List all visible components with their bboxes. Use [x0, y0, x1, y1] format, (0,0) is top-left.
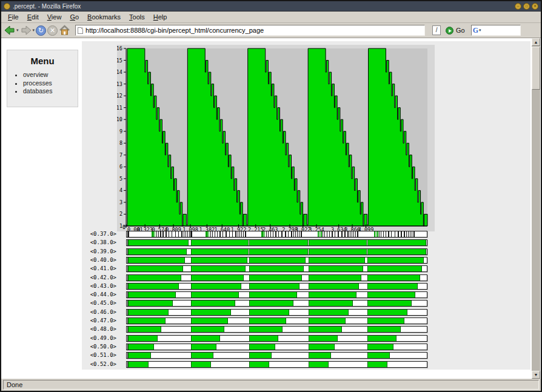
activity-bar-0.52.0[interactable]: [126, 361, 427, 368]
activity-tick-black: [166, 231, 167, 237]
activity-tick-black: [270, 231, 271, 237]
activity-segment: [249, 353, 272, 358]
back-dropdown-icon[interactable]: ▾: [16, 28, 19, 33]
activity-bar-0.50.0[interactable]: [126, 344, 427, 350]
search-engine-dropdown-icon[interactable]: ▾: [479, 28, 481, 33]
forward-dropdown-icon[interactable]: ▾: [33, 28, 35, 33]
activity-bar-0.45.0[interactable]: [126, 300, 427, 307]
activity-bar-0.42.0[interactable]: [126, 274, 427, 281]
activity-bar-0.37.0[interactable]: [126, 231, 427, 238]
reload-icon: ↻: [36, 25, 46, 36]
activity-tick-black: [241, 231, 242, 237]
process-pid-label: <0.51.0>: [82, 352, 116, 358]
activity-tick-black: [281, 231, 282, 237]
stop-icon: ✕: [47, 25, 58, 36]
timeline-row: <0.39.0>: [82, 248, 530, 256]
menu-tools[interactable]: Tools: [125, 12, 149, 22]
activity-tick-black: [175, 231, 176, 237]
sidebar-link-overview[interactable]: overview: [23, 71, 78, 79]
activity-bar-0.38.0[interactable]: [126, 239, 427, 246]
activity-bar-0.47.0[interactable]: [126, 317, 427, 324]
timeline-row: <0.37.0>: [82, 230, 530, 239]
activity-tick-black: [181, 231, 182, 237]
go-icon: [446, 27, 453, 35]
process-pid-label: <0.39.0>: [82, 248, 116, 254]
activity-segment: [367, 275, 420, 281]
menu-bookmarks[interactable]: Bookmarks: [83, 12, 125, 22]
activity-bar-0.44.0[interactable]: [126, 291, 427, 298]
scroll-up-icon[interactable]: ▲: [532, 38, 540, 46]
activity-tick-black: [391, 231, 392, 237]
activity-segment: [191, 240, 249, 245]
activity-bar-0.40.0[interactable]: [126, 257, 427, 264]
activity-tick-black: [273, 231, 273, 237]
activity-segment: [191, 257, 247, 263]
activity-segment: [128, 284, 178, 289]
activity-tick-green: [155, 231, 155, 237]
timeline-row: <0.52.0>: [82, 360, 530, 369]
menu-edit[interactable]: Edit: [23, 12, 43, 22]
close-button[interactable]: ✕: [532, 3, 538, 10]
scrollbar-thumb[interactable]: [532, 47, 540, 90]
timeline-row: <0.49.0>: [82, 334, 530, 343]
activity-segment: [249, 310, 289, 315]
activity-tick-black: [189, 231, 190, 237]
activity-bar-0.49.0[interactable]: [126, 335, 427, 342]
activity-tick-black: [386, 231, 386, 237]
url-input[interactable]: [85, 27, 423, 34]
shade-button[interactable]: –: [515, 3, 521, 10]
search-input[interactable]: G ▾: [471, 25, 521, 36]
svg-text:8: 8: [119, 140, 122, 146]
go-button[interactable]: Go: [446, 27, 465, 35]
activity-segment: [367, 310, 407, 315]
url-bar[interactable]: [75, 25, 425, 36]
forward-button[interactable]: ▾: [20, 25, 35, 36]
activity-bar-0.41.0[interactable]: [126, 265, 427, 272]
activity-tick-black: [293, 231, 294, 237]
activity-tick-black: [178, 231, 179, 237]
activity-bar-0.48.0[interactable]: [126, 326, 427, 333]
stop-button[interactable]: ✕: [47, 25, 58, 36]
menu-view[interactable]: View: [43, 12, 66, 22]
menu-go[interactable]: Go: [65, 12, 83, 22]
svg-text:16: 16: [117, 45, 122, 51]
search-engine-icon[interactable]: G: [473, 26, 478, 35]
activity-tick-black: [238, 231, 238, 237]
activity-segment: [191, 327, 224, 332]
process-pid-label: <0.43.0>: [82, 283, 116, 289]
activity-bar-0.43.0[interactable]: [126, 283, 427, 290]
process-pid-label: <0.48.0>: [82, 326, 116, 332]
home-button[interactable]: [59, 25, 70, 36]
activity-bar-0.46.0[interactable]: [126, 309, 427, 316]
menu-help[interactable]: Help: [149, 12, 172, 22]
back-button[interactable]: ▾: [4, 25, 19, 36]
activity-tick-black: [332, 231, 333, 237]
vertical-scrollbar[interactable]: ▲ ▼: [532, 38, 540, 379]
menu-file[interactable]: File: [4, 12, 23, 22]
activity-bar-0.39.0[interactable]: [126, 248, 427, 255]
activity-segment: [309, 310, 349, 315]
activity-tick-black: [232, 231, 233, 237]
timeline-row: <0.48.0>: [82, 325, 530, 334]
activity-segment: [249, 257, 306, 263]
activity-tick-black: [297, 231, 298, 237]
sidebar-link-processes[interactable]: processes: [23, 79, 78, 88]
timeline-row: <0.51.0>: [82, 351, 530, 360]
activity-tick-black: [229, 231, 230, 237]
activity-tick-black: [266, 231, 267, 237]
svg-text:4: 4: [119, 187, 122, 193]
activity-tick-green: [264, 231, 265, 237]
activity-tick-black: [353, 231, 354, 237]
reload-button[interactable]: ↻: [36, 25, 46, 36]
activity-segment: [128, 266, 182, 271]
activity-tick-black: [210, 231, 211, 237]
activity-tick-black: [186, 231, 186, 237]
sidebar-link-databases[interactable]: databases: [23, 87, 78, 96]
activity-segment: [191, 301, 235, 306]
activity-segment: [367, 257, 424, 263]
maximize-button[interactable]: □: [523, 3, 530, 10]
scroll-down-icon[interactable]: ▼: [532, 371, 540, 379]
activity-tick-black: [291, 231, 292, 237]
activity-tick-black: [278, 231, 279, 237]
activity-bar-0.51.0[interactable]: [126, 352, 427, 359]
